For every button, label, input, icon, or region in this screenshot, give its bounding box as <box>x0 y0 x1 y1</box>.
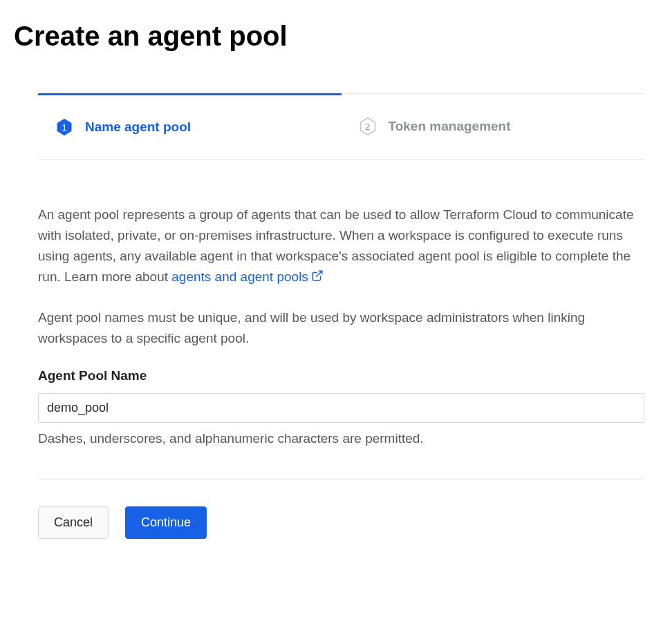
agent-pool-name-hint: Dashes, underscores, and alphanumeric ch… <box>38 431 644 446</box>
step-number: 1 <box>62 122 66 133</box>
step-token-management[interactable]: 2 Token management <box>342 93 645 159</box>
agent-pool-name-group: Agent Pool Name Dashes, underscores, and… <box>38 368 644 446</box>
section-divider <box>38 479 644 480</box>
description-paragraph: An agent pool represents a group of agen… <box>38 204 644 288</box>
description-block: An agent pool represents a group of agen… <box>38 204 644 349</box>
hexagon-badge-icon: 2 <box>358 117 377 136</box>
content-wrapper: 1 Name agent pool 2 Token management An … <box>14 93 658 539</box>
button-row: Cancel Continue <box>38 506 644 539</box>
step-label: Token management <box>389 119 511 134</box>
page-title: Create an agent pool <box>14 21 658 52</box>
steps-nav: 1 Name agent pool 2 Token management <box>38 93 644 160</box>
agent-pool-name-label: Agent Pool Name <box>38 368 644 383</box>
cancel-button[interactable]: Cancel <box>38 506 109 539</box>
agents-link[interactable]: agents and agent pools <box>171 269 324 284</box>
description-text: An agent pool represents a group of agen… <box>38 207 634 284</box>
description-paragraph: Agent pool names must be unique, and wil… <box>38 307 644 349</box>
hexagon-badge-icon: 1 <box>55 117 74 137</box>
link-text: agents and agent pools <box>171 269 308 284</box>
continue-button[interactable]: Continue <box>125 506 207 539</box>
step-number: 2 <box>365 122 370 132</box>
agent-pool-name-input[interactable] <box>38 393 644 423</box>
external-link-icon <box>311 267 324 288</box>
svg-line-2 <box>316 271 321 276</box>
step-name-agent-pool[interactable]: 1 Name agent pool <box>38 93 342 159</box>
step-label: Name agent pool <box>85 120 191 135</box>
